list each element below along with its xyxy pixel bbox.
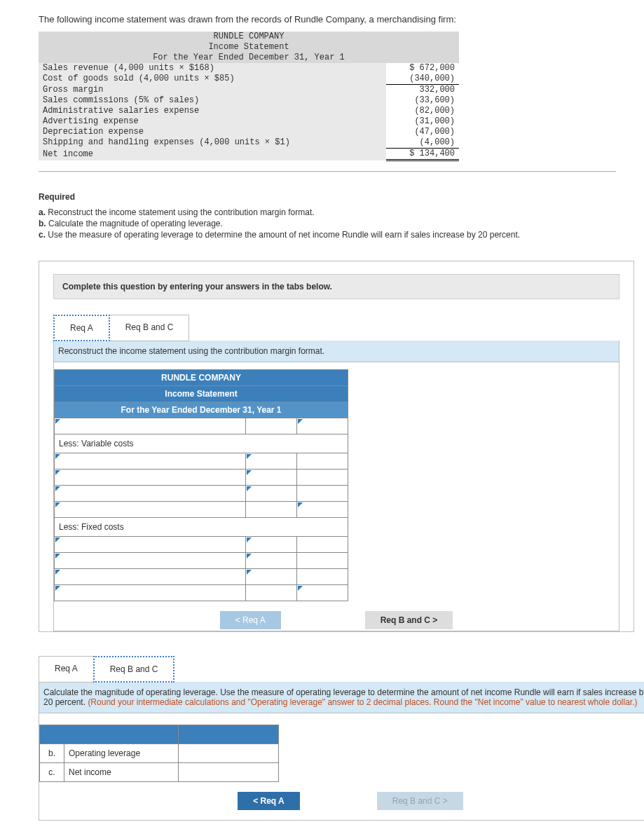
- stmt-row-amount: (31,000): [386, 116, 459, 127]
- net-income-input[interactable]: [179, 763, 279, 782]
- bc-header-blank: [40, 725, 179, 744]
- stmt-company: RUNDLE COMPANY: [39, 32, 459, 42]
- row-b-index: b.: [40, 744, 64, 763]
- input-cell[interactable]: [246, 553, 297, 569]
- answer-block-a: Complete this question by entering your …: [39, 261, 634, 632]
- input-cell[interactable]: [246, 418, 297, 434]
- tab-req-b-and-c[interactable]: Req B and C: [109, 315, 190, 341]
- stmt-row-label: Sales revenue (4,000 units × $168): [39, 63, 386, 74]
- input-cell[interactable]: [297, 470, 348, 486]
- input-cell[interactable]: [297, 585, 348, 601]
- input-cell[interactable]: [55, 537, 246, 553]
- nav-prev-req-a[interactable]: < Req A: [220, 611, 281, 629]
- stmt-row-label: Advertising expense: [39, 116, 386, 127]
- instruction-bar: Complete this question by entering your …: [53, 274, 619, 299]
- input-cell[interactable]: [297, 569, 348, 585]
- input-cell[interactable]: [246, 569, 297, 585]
- input-cell[interactable]: [246, 585, 297, 601]
- input-cell[interactable]: [297, 453, 348, 470]
- stmt-period: For the Year Ended December 31, Year 1: [39, 53, 459, 63]
- panel-bc-note: (Round your intermediate calculations an…: [88, 697, 637, 707]
- stmt-row-label: Gross margin: [39, 85, 386, 96]
- ct-period: For the Year Ended December 31, Year 1: [55, 402, 348, 418]
- stmt-row-label: Shipping and handling expenses (4,000 un…: [39, 137, 386, 149]
- input-cell[interactable]: [55, 585, 246, 601]
- input-cell[interactable]: [55, 486, 246, 502]
- input-cell[interactable]: [246, 537, 297, 553]
- input-cell[interactable]: [55, 470, 246, 486]
- row-c-label: Net income: [64, 763, 179, 782]
- input-cell[interactable]: [55, 553, 246, 569]
- input-cell[interactable]: [55, 502, 246, 518]
- req-b-text: Calculate the magnitude of operating lev…: [48, 219, 223, 228]
- stmt-row-label: Net income: [39, 149, 386, 160]
- input-cell[interactable]: [246, 470, 297, 486]
- stmt-row-amount: (33,600): [386, 95, 459, 106]
- input-cell[interactable]: [246, 453, 297, 470]
- input-cell[interactable]: [297, 418, 348, 434]
- stmt-row-amount: (82,000): [386, 106, 459, 116]
- stmt-row-amount: (340,000): [386, 74, 459, 85]
- tab-req-a[interactable]: Req A: [53, 315, 110, 341]
- row-b-label: Operating leverage: [64, 744, 179, 763]
- input-cell[interactable]: [246, 502, 297, 518]
- input-cell[interactable]: [246, 486, 297, 502]
- stmt-row-amount: (4,000): [386, 137, 459, 149]
- nav-next-req-bc[interactable]: Req B and C >: [377, 792, 463, 810]
- ct-company: RUNDLE COMPANY: [55, 370, 348, 386]
- operating-leverage-input[interactable]: [179, 744, 279, 763]
- stmt-row-amount: $ 134,400: [386, 149, 459, 160]
- contribution-format-table: RUNDLE COMPANY Income Statement For the …: [54, 369, 348, 601]
- stmt-row-label: Sales commissions (5% of sales): [39, 95, 386, 106]
- stmt-row-amount: 332,000: [386, 85, 459, 96]
- stmt-title: Income Statement: [39, 42, 459, 53]
- stmt-row-label: Cost of goods sold (4,000 units × $85): [39, 74, 386, 85]
- tab-req-a[interactable]: Req A: [39, 656, 94, 683]
- panel-a-prompt: Reconstruct the income statement using t…: [54, 341, 619, 362]
- req-c-text: Use the measure of operating leverage to…: [48, 230, 520, 240]
- ct-title: Income Statement: [55, 386, 348, 402]
- row-c-index: c.: [40, 763, 64, 782]
- income-statement-table: RUNDLE COMPANY Income Statement For the …: [39, 32, 459, 161]
- input-cell[interactable]: [297, 486, 348, 502]
- bc-answer-table: b. Operating leverage c. Net income: [39, 725, 279, 782]
- input-cell[interactable]: [297, 537, 348, 553]
- stmt-row-label: Depreciation expense: [39, 127, 386, 137]
- tab-req-b-and-c[interactable]: Req B and C: [93, 656, 175, 683]
- stmt-row-label: Administrative salaries expense: [39, 106, 386, 116]
- nav-next-req-bc[interactable]: Req B and C >: [365, 611, 453, 629]
- input-cell[interactable]: [55, 569, 246, 585]
- required-list: a. Reconstruct the income statement usin…: [39, 207, 616, 240]
- input-cell[interactable]: [55, 418, 246, 434]
- nav-prev-req-a[interactable]: < Req A: [238, 792, 300, 810]
- divider: [39, 171, 616, 172]
- stmt-row-amount: $ 672,000: [386, 63, 459, 74]
- input-cell[interactable]: [297, 553, 348, 569]
- input-cell[interactable]: [297, 502, 348, 518]
- less-variable-label: Less: Variable costs: [55, 434, 348, 453]
- stmt-row-amount: (47,000): [386, 127, 459, 137]
- intro-text: The following income statement was drawn…: [39, 14, 616, 25]
- req-a-text: Reconstruct the income statement using t…: [48, 207, 314, 217]
- input-cell[interactable]: [55, 453, 246, 470]
- required-heading: Required: [39, 192, 616, 202]
- less-fixed-label: Less: Fixed costs: [55, 518, 348, 537]
- bc-header-blank: [179, 725, 279, 744]
